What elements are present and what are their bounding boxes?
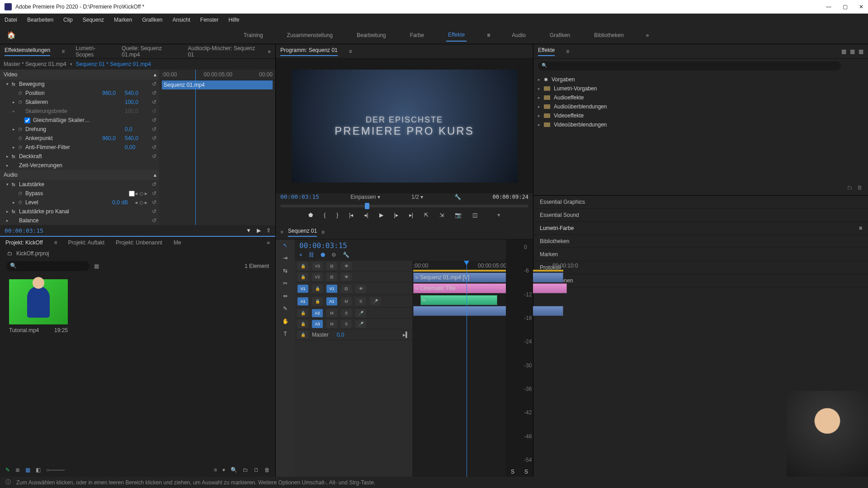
home-icon[interactable]: 🏠: [7, 31, 16, 39]
maximize-button[interactable]: ▢: [843, 4, 848, 10]
program-scrubber[interactable]: [280, 200, 528, 212]
settings-icon[interactable]: ⚙: [331, 252, 336, 258]
ec-timecode[interactable]: 00:00:03:15: [5, 227, 43, 234]
reset-icon[interactable]: ↺: [147, 199, 156, 206]
step-back-icon[interactable]: ◂|: [364, 212, 368, 218]
hand-tool-icon[interactable]: ✋: [282, 318, 289, 324]
tab-programm[interactable]: Programm: Sequenz 01: [280, 47, 338, 56]
expand-icon[interactable]: ▾: [6, 82, 12, 86]
expand-icon[interactable]: ▸: [13, 100, 18, 104]
program-video-display[interactable]: DER EPISCHSTE PREMIERE PRO KURS: [292, 70, 518, 183]
reset-icon[interactable]: ↺: [147, 181, 156, 188]
toggle-icon[interactable]: 👁: [341, 262, 352, 270]
expand-icon[interactable]: ▸: [13, 127, 18, 131]
step-forward-icon[interactable]: |▸: [394, 212, 398, 218]
go-to-out-icon[interactable]: ▸|: [409, 212, 413, 218]
scrubber-handle[interactable]: [365, 203, 369, 209]
ripple-tool-icon[interactable]: ⇆: [283, 267, 288, 274]
panel-informationen[interactable]: Informationen: [533, 274, 868, 287]
fx-badge-icon[interactable]: fx: [12, 182, 19, 187]
ec-tab-menu-icon[interactable]: ≡: [61, 48, 64, 55]
ws-bibliotheken[interactable]: Bibliotheken: [592, 29, 625, 41]
close-timeline-icon[interactable]: ×: [280, 229, 283, 235]
reset-icon[interactable]: ↺: [147, 90, 156, 96]
list-view-icon[interactable]: ≣: [15, 467, 20, 473]
panel-essential-graphics[interactable]: Essential Graphics: [533, 196, 868, 209]
timeline-timecode[interactable]: 00:00:03:15: [299, 241, 347, 250]
effects-tab-menu-icon[interactable]: ≡: [566, 48, 569, 55]
tree-videoeffekte[interactable]: ▸Videoeffekte: [538, 111, 863, 120]
mute-button[interactable]: M: [341, 297, 352, 305]
sync-lock-icon[interactable]: ⊟: [341, 285, 352, 293]
lock-icon[interactable]: 🔒: [297, 309, 308, 317]
lift-icon[interactable]: ⇱: [424, 212, 429, 218]
track-a1-label[interactable]: A1: [326, 297, 337, 305]
expand-icon[interactable]: ▸: [6, 209, 12, 214]
solo-button[interactable]: S: [355, 297, 366, 305]
freeform-view-icon[interactable]: ◧: [36, 467, 41, 473]
lock-icon[interactable]: 🔒: [312, 285, 323, 293]
ws-zusammenstellung[interactable]: Zusammenstellung: [285, 29, 335, 41]
new-bin-icon[interactable]: 🗀: [847, 184, 853, 195]
reset-icon[interactable]: ↺: [147, 153, 156, 160]
solo-left[interactable]: S: [511, 469, 514, 475]
reset-icon[interactable]: ↺: [147, 135, 156, 141]
track-v2-label[interactable]: V2: [312, 273, 323, 281]
gleichmaessige-checkbox[interactable]: [24, 117, 30, 123]
mute-button[interactable]: M: [326, 309, 337, 317]
bewegung-label[interactable]: Bewegung: [19, 81, 147, 87]
minimize-button[interactable]: —: [826, 4, 831, 10]
fx-preset-icon[interactable]: ▦: [841, 48, 846, 55]
menu-sequenz[interactable]: Sequenz: [83, 17, 104, 23]
tab-lumetri-scopes[interactable]: Lumetri-Scopes: [75, 45, 110, 58]
marker-add-icon[interactable]: ⬟: [321, 252, 325, 258]
toggle-icon[interactable]: 👁: [355, 285, 366, 293]
pen-tool-icon[interactable]: ✎: [283, 305, 288, 312]
anti-value[interactable]: 0,00: [125, 144, 147, 150]
delete-icon[interactable]: 🗑: [264, 467, 270, 473]
selection-tool-icon[interactable]: ↖: [283, 242, 288, 249]
write-icon[interactable]: ✎: [5, 467, 10, 473]
effects-search-input[interactable]: [538, 61, 841, 70]
ec-playhead[interactable]: [195, 70, 196, 225]
bypass-checkbox[interactable]: [129, 191, 135, 197]
filter-bin-icon[interactable]: ▦: [94, 263, 99, 269]
tab-quelle[interactable]: Quelle: Sequenz 01.mp4: [122, 45, 176, 58]
tab-effekte-panel[interactable]: Effekte: [538, 47, 555, 56]
expand-icon[interactable]: ▾: [6, 182, 12, 187]
source-a1-label[interactable]: A1: [297, 297, 308, 305]
panel-bibliotheken[interactable]: Bibliotheken: [533, 235, 868, 248]
source-v1-label[interactable]: V1: [297, 285, 308, 293]
collapse-icon[interactable]: ▴: [154, 172, 156, 178]
panel-essential-sound[interactable]: Essential Sound: [533, 209, 868, 222]
menu-fenster[interactable]: Fenster: [200, 17, 219, 23]
auto-sequence-icon[interactable]: ▾: [222, 467, 225, 473]
balance-label[interactable]: Balance: [19, 217, 147, 224]
menu-bearbeiten[interactable]: Bearbeiten: [27, 17, 53, 23]
deckkraft-label[interactable]: Deckkraft: [19, 153, 147, 160]
project-search-input[interactable]: [6, 261, 90, 271]
wrench-icon[interactable]: 🔧: [343, 252, 349, 258]
track-select-tool-icon[interactable]: ⇥: [283, 255, 288, 261]
play-button[interactable]: ▶: [379, 212, 383, 218]
ws-grafiken[interactable]: Grafiken: [548, 29, 572, 41]
sync-lock-icon[interactable]: ⊟: [326, 262, 337, 270]
solo-button[interactable]: S: [341, 309, 352, 317]
lock-icon[interactable]: 🔒: [312, 297, 323, 305]
panel-marken[interactable]: Marken: [533, 248, 868, 261]
track-a3-label[interactable]: A3: [312, 320, 323, 328]
ws-overflow-icon[interactable]: »: [646, 32, 649, 38]
go-to-in-icon[interactable]: |◂: [349, 212, 353, 218]
drehung-value[interactable]: 0,0: [125, 126, 147, 132]
reset-icon[interactable]: ↺: [147, 217, 156, 224]
razor-tool-icon[interactable]: ✂: [283, 280, 288, 286]
anker-x[interactable]: 960,0: [102, 135, 125, 141]
lock-icon[interactable]: 🔒: [297, 331, 308, 339]
ec-tabs-overflow-icon[interactable]: »: [268, 48, 271, 55]
reset-icon[interactable]: ↺: [147, 190, 156, 197]
lumetri-menu-icon[interactable]: ≡: [859, 225, 862, 231]
level-value[interactable]: 0,0 dB: [112, 199, 135, 206]
tab-audioclip-mischer[interactable]: Audioclip-Mischer: Sequenz 01: [188, 45, 257, 58]
expand-icon[interactable]: ▸: [13, 145, 18, 150]
program-tab-menu-icon[interactable]: ≡: [349, 48, 352, 55]
